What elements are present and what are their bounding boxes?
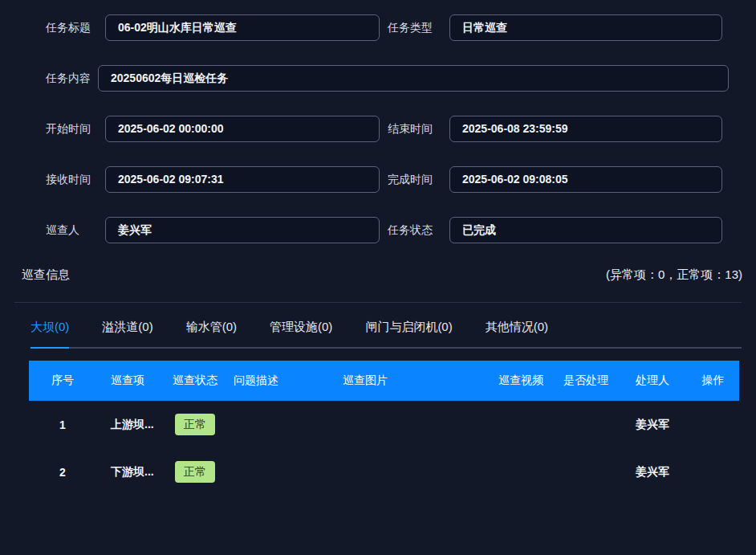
tab-yihongdao[interactable]: 溢洪道(0) [102,320,152,349]
task-type-label: 任务类型 [388,21,449,35]
col-header-status: 巡查状态 [161,373,230,388]
task-content-field[interactable]: 20250602每日巡检任务 [98,65,729,92]
start-time-label: 开始时间 [46,122,105,137]
table-row: 1 上游坝... 正常 姜兴军 [29,401,739,448]
end-time-label: 结束时间 [388,122,449,137]
row-status: 正常 [161,461,230,483]
row-item: 下游坝... [96,465,161,480]
status-badge: 正常 [175,414,215,435]
col-header-video: 巡查视频 [488,373,554,388]
tab-guanlisheshi[interactable]: 管理设施(0) [270,320,332,349]
section-divider [14,302,742,303]
table-header-row: 序号 巡查项 巡查状态 问题描述 巡查图片 巡查视频 是否处理 处理人 操作 [29,361,739,401]
row-no: 1 [29,418,96,431]
row-no: 2 [29,466,96,479]
form-row-content: 任务内容 20250602每日巡检任务 [0,65,756,92]
task-status-label: 任务状态 [388,223,449,238]
row-handler: 姜兴军 [618,465,687,480]
col-header-handled: 是否处理 [554,373,618,388]
inspection-section-header: 巡查信息 (异常项：0，正常项：13) [22,267,742,283]
tab-daba[interactable]: 大坝(0) [30,320,69,349]
start-time-field[interactable]: 2025-06-02 00:00:00 [105,116,380,142]
receive-time-field[interactable]: 2025-06-02 09:07:31 [105,166,380,193]
form-row-start-end: 开始时间 2025-06-02 00:00:00 结束时间 2025-06-08… [0,116,756,142]
form-row-inspector-status: 巡查人 姜兴军 任务状态 已完成 [0,217,756,243]
tab-shushuiguan[interactable]: 输水管(0) [186,320,237,349]
inspection-summary: (异常项：0，正常项：13) [606,267,742,283]
status-badge: 正常 [175,461,215,483]
col-header-image: 巡查图片 [339,373,488,388]
row-handler: 姜兴军 [618,418,687,432]
tab-qita[interactable]: 其他情况(0) [486,320,548,349]
inspection-title: 巡查信息 [22,267,70,283]
task-title-label: 任务标题 [46,21,105,35]
finish-time-label: 完成时间 [388,173,449,187]
end-time-field[interactable]: 2025-06-08 23:59:59 [449,116,722,142]
form-row-receive-finish: 接收时间 2025-06-02 09:07:31 完成时间 2025-06-02… [0,166,756,193]
finish-time-field[interactable]: 2025-06-02 09:08:05 [449,166,722,193]
col-header-action: 操作 [687,373,739,388]
col-header-desc: 问题描述 [230,373,339,388]
inspector-field[interactable]: 姜兴军 [105,217,380,243]
task-title-field[interactable]: 06-02明山水库日常巡查 [105,14,380,41]
table-row: 2 下游坝... 正常 姜兴军 [29,448,739,496]
tab-zhamen[interactable]: 闸门与启闭机(0) [365,320,452,349]
task-detail-form: 任务标题 06-02明山水库日常巡查 任务类型 日常巡查 任务内容 202506… [0,0,756,243]
inspector-label: 巡查人 [46,223,105,238]
task-type-field[interactable]: 日常巡查 [449,14,722,41]
receive-time-label: 接收时间 [46,173,105,187]
form-row-title-type: 任务标题 06-02明山水库日常巡查 任务类型 日常巡查 [0,14,756,41]
task-status-field[interactable]: 已完成 [449,217,722,243]
inspection-tabs: 大坝(0) 溢洪道(0) 输水管(0) 管理设施(0) 闸门与启闭机(0) 其他… [30,320,742,349]
col-header-item: 巡查项 [96,373,161,388]
col-header-no: 序号 [29,373,96,388]
task-content-label: 任务内容 [46,71,98,86]
row-item: 上游坝... [96,418,161,432]
row-status: 正常 [161,414,230,435]
inspection-table: 序号 巡查项 巡查状态 问题描述 巡查图片 巡查视频 是否处理 处理人 操作 1… [29,361,739,496]
col-header-handler: 处理人 [618,373,687,388]
